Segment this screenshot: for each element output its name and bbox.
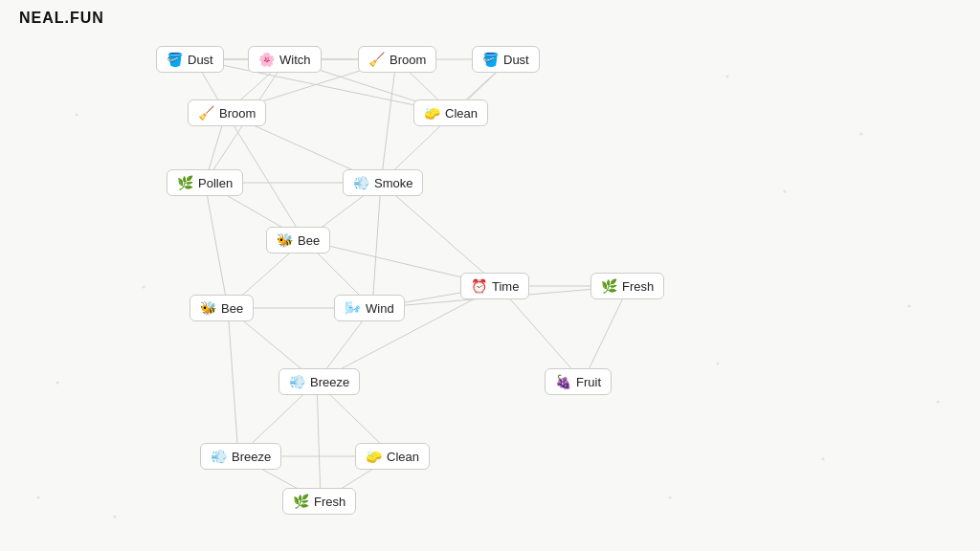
svg-line-41 [228,308,238,456]
node-fruit[interactable]: 🍇Fruit [545,368,612,395]
node-broom2[interactable]: 🧹Broom [188,99,266,126]
node-clean2[interactable]: 🧽Clean [355,443,430,470]
breeze2-icon: 💨 [211,449,227,464]
smoke-label: Smoke [374,176,412,190]
fresh-label: Fresh [622,279,654,294]
node-wind[interactable]: 🌬️Wind [334,295,405,321]
dust1-icon: 🪣 [167,52,183,67]
node-breeze1[interactable]: 💨Breeze [278,368,360,395]
node-smoke[interactable]: 💨Smoke [343,169,423,196]
breeze2-label: Breeze [232,450,271,464]
bee2-label: Bee [221,301,243,316]
node-clean1[interactable]: 🧽Clean [413,99,488,126]
wind-label: Wind [366,301,394,316]
time-label: Time [492,279,519,294]
witch-icon: 🌸 [258,52,275,67]
svg-line-50 [317,382,321,501]
bee2-icon: 🐝 [200,300,216,316]
svg-line-46 [499,286,583,382]
svg-line-35 [381,183,499,286]
broom1-label: Broom [390,53,426,67]
broom2-icon: 🧹 [198,105,214,121]
pollen-icon: 🌿 [177,175,193,190]
smoke-icon: 💨 [353,175,369,190]
node-pollen[interactable]: 🌿Pollen [167,169,243,196]
svg-line-54 [583,286,629,382]
dust1-label: Dust [188,53,213,67]
wind-icon: 🌬️ [345,300,361,316]
breeze1-label: Breeze [310,375,349,389]
node-fresh2[interactable]: 🌿Fresh [282,488,356,515]
node-bee2[interactable]: 🐝Bee [189,295,254,321]
bee1-label: Bee [298,233,320,248]
witch-label: Witch [279,53,311,67]
fresh2-label: Fresh [314,495,345,509]
node-witch[interactable]: 🌸Witch [248,46,322,73]
clean1-icon: 🧽 [424,105,440,121]
node-breeze2[interactable]: 💨Breeze [200,443,281,470]
dust2-label: Dust [503,53,529,67]
fruit-label: Fruit [576,375,601,389]
svg-line-23 [381,59,396,183]
bee1-icon: 🐝 [277,232,293,248]
time-icon: ⏰ [471,278,487,294]
breeze1-icon: 💨 [289,374,305,389]
svg-line-31 [205,183,228,308]
fruit-icon: 🍇 [555,374,571,389]
node-dust2[interactable]: 🪣Dust [472,46,540,73]
svg-line-34 [372,183,381,308]
broom2-label: Broom [219,106,256,121]
broom1-icon: 🧹 [368,52,385,67]
node-time[interactable]: ⏰Time [460,273,529,299]
dust2-icon: 🪣 [482,52,499,67]
pollen-label: Pollen [198,176,233,190]
node-dust1[interactable]: 🪣Dust [156,46,224,73]
fresh-icon: 🌿 [601,278,617,294]
node-broom1[interactable]: 🧹Broom [358,46,436,73]
clean2-icon: 🧽 [366,449,382,464]
fresh2-icon: 🌿 [293,494,309,509]
node-fresh[interactable]: 🌿Fresh [590,273,664,299]
clean1-label: Clean [445,106,478,121]
clean2-label: Clean [387,450,419,464]
node-bee1[interactable]: 🐝Bee [266,227,330,253]
